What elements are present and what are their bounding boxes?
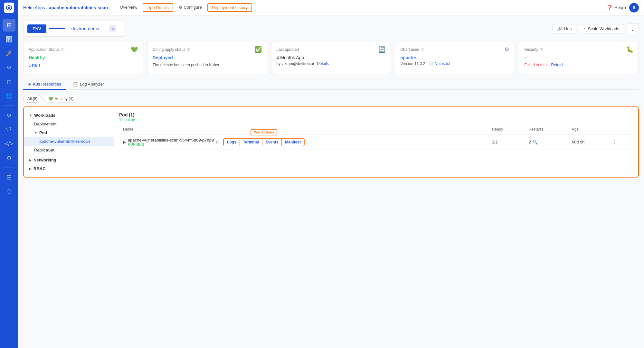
tree-deployment[interactable]: Deployment — [24, 120, 114, 128]
config-status-info-icon[interactable]: ⓘ — [187, 47, 190, 52]
sidebar-item-globe[interactable]: 🌐 — [3, 89, 15, 102]
sidebar-item-stack[interactable]: ☰ — [3, 171, 15, 184]
scale-workloads-button[interactable]: ↕ Scale Workloads — [579, 24, 624, 33]
sidebar-logo[interactable] — [4, 3, 14, 13]
tree-rbac[interactable]: ▶ RBAC — [24, 164, 114, 173]
tab-deployment-history[interactable]: Deployment history — [207, 3, 252, 12]
help-button[interactable]: ❓ Help ▾ — [607, 5, 627, 11]
sidebar-divider-2 — [4, 168, 14, 168]
pod-manifest-button[interactable]: Manifest — [282, 139, 304, 146]
app-status-details-link[interactable]: Details — [29, 63, 41, 68]
pod-more-button[interactable]: ⋮ — [612, 139, 617, 145]
avatar[interactable]: S — [629, 3, 639, 13]
pod-ready-cell: 2/2 — [488, 134, 525, 150]
pod-status: RUNNING — [128, 142, 214, 146]
svg-marker-1 — [8, 6, 10, 10]
tree-networking[interactable]: ▶ Networking — [24, 156, 114, 164]
security-title: Security ⓘ — [524, 47, 543, 52]
resource-tabs: ⎈ K8s Resources 📋 Log Analyzer — [23, 79, 639, 90]
pod-events-button[interactable]: Events — [262, 139, 282, 146]
pod-table: Name Ready Restarts Age ▶ — [119, 124, 633, 150]
pod-terminal-button[interactable]: Terminal — [240, 139, 262, 146]
k8s-icon: ⎈ — [28, 82, 31, 87]
more-options-button[interactable]: ⋮ — [627, 23, 639, 34]
env-name[interactable]: devtron-demo — [66, 24, 104, 33]
pod-actions-label: Pod Actions — [251, 129, 278, 135]
copy-pod-name-button[interactable]: ⧉ — [216, 140, 219, 144]
sidebar-item-chart[interactable]: 📊 — [3, 33, 15, 46]
chart-used-header: Chart used ⓘ ⚙ — [400, 46, 509, 53]
pod-actions-buttons: Logs Terminal Events Manifest — [223, 138, 305, 146]
sidebar-item-code[interactable]: </> — [3, 137, 15, 150]
pod-title: Pod (1) — [119, 112, 633, 117]
sidebar-item-config[interactable]: ⚙ — [3, 61, 15, 74]
tab-configure[interactable]: ⚙ Configure — [175, 3, 206, 12]
status-cards: Application Status ⓘ 💚 Healthy Details C… — [23, 42, 639, 74]
pod-restarts-value: 2 — [529, 140, 531, 144]
link-icon: 🔗 — [557, 26, 562, 31]
pod-name: apache-vulnerabilities-scan-5544ff6d69-p… — [128, 138, 214, 142]
config-status-detail: The release has been pushed to Kuber... — [153, 63, 262, 67]
col-age: Age — [568, 124, 608, 134]
app-status-info-icon[interactable]: ⓘ — [61, 47, 64, 52]
last-updated-detail: by vikram@devtron.ai Details — [277, 61, 386, 66]
app-status-card: Application Status ⓘ 💚 Healthy Details — [23, 42, 143, 74]
last-updated-header: Last updated 🔄 — [277, 46, 386, 53]
chart-name[interactable]: apache — [400, 55, 509, 60]
sidebar: ⊞ 📊 🚀 ⚙ ◻ 🌐 ⚙ 🛡 </> ⚙ ☰ ⬡ — [0, 0, 18, 348]
security-card: Security ⓘ 🐛 -- Failed to fetch Refetch — [519, 42, 639, 74]
tab-overview[interactable]: Overview — [116, 3, 141, 12]
tree-panel: ▼ Workloads Deployment ▼ Pod apache-vuln… — [24, 107, 114, 177]
sidebar-item-settings2[interactable]: ⚙ — [3, 151, 15, 164]
pod-age-value: 60d 9h — [572, 140, 585, 144]
sidebar-item-apps[interactable]: ⊞ — [3, 19, 15, 32]
chart-used-info-icon[interactable]: ⓘ — [421, 47, 424, 52]
breadcrumb-prefix[interactable]: Helm Apps — [23, 5, 45, 10]
tree-workloads[interactable]: ▼ Workloads — [24, 111, 114, 120]
urls-button[interactable]: 🔗 Urls — [552, 24, 576, 33]
notes-link[interactable]: 📄 Notes.txt — [429, 61, 450, 66]
table-header-row: Name Ready Restarts Age — [119, 124, 633, 134]
col-restarts: Restarts — [525, 124, 568, 134]
tab-bar: Overview App Details ⚙ Configure Deploym… — [116, 3, 252, 12]
tab-app-details[interactable]: App Details — [143, 3, 173, 12]
config-status-header: Config apply status ⓘ ✅ — [153, 46, 262, 53]
pod-name-cell: ▶ apache-vulnerabilities-scan-5544ff6d69… — [119, 134, 488, 150]
main-area: Helm Apps / apache-vulnerabilities-scan … — [18, 0, 644, 348]
security-refetch-link[interactable]: Refetch — [551, 63, 564, 67]
breadcrumb-app[interactable]: apache-vulnerabilities-scan — [49, 5, 108, 10]
last-updated-details-link[interactable]: Details — [317, 61, 329, 66]
table-row: ▶ apache-vulnerabilities-scan-5544ff6d69… — [119, 134, 633, 150]
sidebar-item-layers[interactable]: ⬡ — [3, 185, 15, 198]
filter-healthy[interactable]: 💚 Healthy (4) — [44, 95, 78, 103]
sidebar-item-deploy[interactable]: 🚀 — [3, 47, 15, 60]
sidebar-item-cube[interactable]: ◻ — [3, 75, 15, 88]
pod-age-cell: 60d 9h — [568, 134, 608, 150]
restart-warning-icon: 🔍 — [532, 140, 538, 145]
tree-replicaset[interactable]: ReplicaSet — [24, 146, 114, 154]
pod-logs-button[interactable]: Logs — [224, 139, 240, 146]
filter-all[interactable]: All (8) — [23, 95, 42, 103]
pod-header: Pod (1) 1 healthy — [119, 112, 633, 122]
tab-log-analyzer[interactable]: 📋 Log Analyzer — [68, 79, 109, 90]
env-bar-wrapper: ENV devtron-demo ⎈ 🔗 Urls ↕ Scale Wo — [23, 21, 639, 37]
app-status-icon: 💚 — [131, 46, 138, 53]
tab-k8s-resources[interactable]: ⎈ K8s Resources — [23, 79, 66, 90]
topbar-right: ❓ Help ▾ S — [607, 3, 639, 13]
security-info-icon[interactable]: ⓘ — [540, 47, 543, 52]
sidebar-item-gear[interactable]: ⚙ — [3, 109, 15, 122]
env-pill: ENV — [27, 24, 46, 33]
tree-pod-item[interactable]: apache-vulnerabilities-scan — [24, 137, 114, 146]
sidebar-item-shield[interactable]: 🛡 — [3, 123, 15, 136]
config-status-icon: ✅ — [255, 46, 262, 53]
pod-restarts-cell: 2 🔍 — [525, 134, 568, 150]
expand-row-button[interactable]: ▶ — [123, 140, 126, 144]
pod-ready-value: 2/2 — [492, 140, 498, 144]
filter-row: All (8) 💚 Healthy (4) — [23, 95, 639, 103]
tree-pod-parent[interactable]: ▼ Pod — [24, 128, 114, 137]
chart-version: Version 11.0.2 📄 Notes.txt — [400, 61, 509, 66]
workloads-arrow-icon: ▼ — [29, 114, 32, 117]
chart-used-title: Chart used ⓘ — [400, 47, 424, 52]
content-area: ENV devtron-demo ⎈ 🔗 Urls ↕ Scale Wo — [18, 15, 644, 348]
col-actions — [608, 124, 633, 134]
